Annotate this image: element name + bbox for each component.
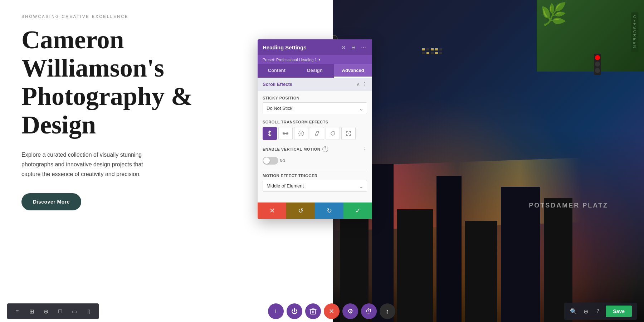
hamburger-icon[interactable]: ≡: [13, 307, 21, 316]
settings-button[interactable]: ⚙: [342, 303, 358, 319]
grid-icon[interactable]: ⊞: [27, 307, 36, 316]
tab-design[interactable]: Design: [296, 64, 334, 78]
tab-design-label: Design: [307, 68, 322, 73]
svg-rect-5: [311, 310, 316, 314]
tablet-icon[interactable]: ▭: [70, 307, 79, 316]
toggle-no-label: NO: [280, 159, 285, 163]
section-collapse-icon[interactable]: ∧: [356, 81, 360, 87]
scroll-effects-header: Scroll Effects ∧ ⋮: [258, 78, 372, 91]
section-header-icons: ∧ ⋮: [356, 81, 367, 87]
tab-content[interactable]: Content: [258, 64, 296, 78]
search-icon[interactable]: ⊕: [42, 307, 50, 316]
enable-motion-label: Enable Vertical Motion: [263, 147, 320, 151]
preset-chevron: ▾: [318, 57, 321, 62]
toggle-track[interactable]: [263, 157, 278, 165]
bottom-toolbar: ≡ ⊞ ⊕ □ ▭ ▯ + ⏻ ✕ ⚙ ⏱ ↕ 🔍: [0, 301, 644, 322]
sticky-position-label: Sticky Position: [263, 96, 367, 100]
scroll-transform-label: Scroll Transform Effects: [263, 120, 367, 124]
panel-header: Heading Settings ⊙ ⊟ ⋯: [258, 39, 372, 55]
add-section-button[interactable]: +: [268, 303, 284, 319]
motion-trigger-select[interactable]: Middle of Element Top of Element Bottom …: [263, 180, 367, 192]
transform-rotate-icon[interactable]: [326, 127, 340, 140]
sticky-position-select[interactable]: Do Not Stick Stick to Top Stick to Botto…: [263, 102, 367, 114]
settings-panel: Heading Settings ⊙ ⊟ ⋯ Preset: Professio…: [258, 39, 372, 219]
tab-advanced-label: Advanced: [342, 68, 364, 73]
arrange-button[interactable]: ↕: [380, 303, 395, 319]
panel-more-icon[interactable]: ⋯: [360, 44, 367, 51]
panel-header-icons: ⊙ ⊟ ⋯: [340, 44, 367, 51]
magnify-icon[interactable]: 🔍: [569, 307, 578, 316]
delete-button[interactable]: [305, 303, 321, 319]
timer-button[interactable]: ⏱: [361, 303, 377, 319]
enable-motion-label-group: Enable Vertical Motion ?: [263, 146, 328, 152]
tab-content-label: Content: [268, 68, 286, 73]
panel-tabs: Content Design Advanced: [258, 64, 372, 78]
panel-layout-icon[interactable]: ⊟: [350, 44, 357, 51]
transform-horizontal-icon[interactable]: [278, 127, 293, 140]
discover-button[interactable]: Discover More: [21, 193, 81, 210]
bottom-center-tools: + ⏻ ✕ ⚙ ⏱ ↕: [268, 303, 395, 319]
hero-description: Explore a curated collection of visually…: [21, 150, 157, 179]
bottom-left-tools: ≡ ⊞ ⊕ □ ▭ ▯: [7, 303, 99, 319]
close-section-button[interactable]: ✕: [324, 303, 340, 319]
redo-button[interactable]: ↻: [315, 203, 343, 219]
transform-skew-icon[interactable]: [310, 127, 324, 140]
panel-preset[interactable]: Preset: Professional Heading 1 ▾: [258, 55, 372, 64]
cancel-icon: ✕: [269, 207, 275, 215]
transform-scale-icon[interactable]: [341, 127, 356, 140]
enable-motion-more[interactable]: ⋮: [361, 146, 367, 152]
transform-vertical-icon[interactable]: [263, 127, 277, 140]
sticky-position-wrapper: Do Not Stick Stick to Top Stick to Botto…: [263, 102, 367, 114]
svg-point-4: [348, 133, 349, 134]
save-button[interactable]: Save: [606, 306, 632, 317]
bottom-right-tools: 🔍 ⊕ ? Save: [564, 303, 637, 320]
panel-title: Heading Settings: [263, 44, 307, 50]
panel-content-body: Sticky Position Do Not Stick Stick to To…: [258, 91, 372, 203]
cancel-button[interactable]: ✕: [258, 203, 286, 219]
svg-point-3: [300, 132, 302, 135]
panel-actions: ✕ ↺ ↻ ✓: [258, 203, 372, 219]
scroll-transform-icons: [263, 127, 367, 140]
undo-button[interactable]: ↺: [286, 203, 315, 219]
preset-label: Preset: Professional Heading 1: [263, 58, 317, 62]
power-button[interactable]: ⏻: [287, 303, 302, 319]
scroll-effects-title: Scroll Effects: [263, 82, 292, 87]
toggle-switch: NO: [263, 157, 367, 165]
motion-trigger-wrapper: Middle of Element Top of Element Bottom …: [263, 180, 367, 192]
page-wrapper: SHOWCASING CREATIVE EXCELLENCE CameronWi…: [0, 0, 644, 322]
panel-settings-icon[interactable]: ⊙: [340, 44, 347, 51]
zoom-icon[interactable]: ⊕: [581, 307, 590, 316]
confirm-button[interactable]: ✓: [343, 203, 372, 219]
section-more-icon[interactable]: ⋮: [362, 81, 367, 87]
street-sign: POTSDAMER PLATZ: [529, 202, 608, 209]
field-divider: [263, 169, 367, 169]
undo-icon: ↺: [298, 207, 303, 215]
transform-fade-icon[interactable]: [294, 127, 308, 140]
confirm-icon: ✓: [355, 207, 361, 215]
motion-trigger-label: Motion Effect Trigger: [263, 174, 367, 178]
windows: [422, 48, 442, 54]
hero-subtitle: SHOWCASING CREATIVE EXCELLENCE: [21, 14, 311, 19]
help-toolbar-icon[interactable]: ?: [594, 307, 602, 316]
panel-body: Scroll Effects ∧ ⋮ Sticky Position Do No…: [258, 78, 372, 219]
enable-vertical-motion-row: Enable Vertical Motion ? ⋮: [263, 146, 367, 152]
mobile-icon[interactable]: ▯: [84, 307, 93, 316]
tab-advanced[interactable]: Advanced: [334, 64, 372, 78]
help-icon[interactable]: ?: [322, 146, 328, 152]
desktop-icon[interactable]: □: [56, 307, 64, 316]
toggle-thumb: [263, 157, 270, 164]
redo-icon: ↻: [327, 207, 332, 215]
